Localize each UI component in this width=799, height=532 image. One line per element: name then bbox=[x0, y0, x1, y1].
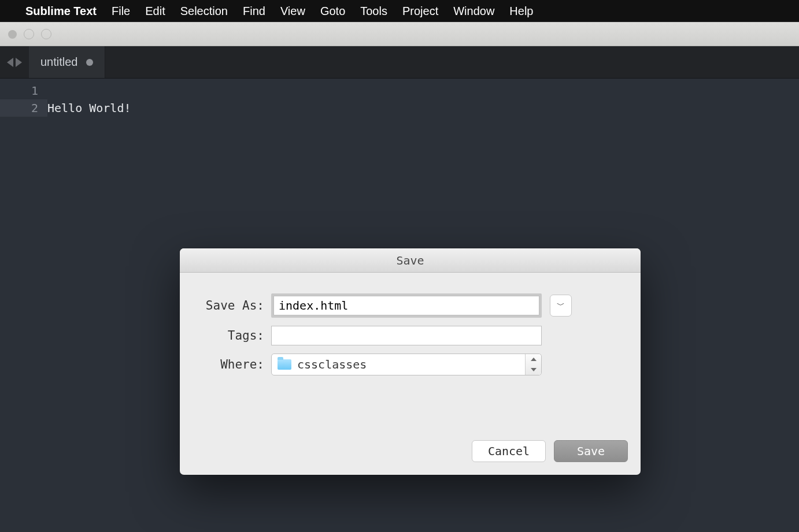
where-select[interactable]: cssclasses bbox=[271, 354, 542, 375]
traffic-zoom-icon[interactable] bbox=[41, 29, 51, 39]
where-stepper[interactable] bbox=[525, 354, 541, 375]
where-value: cssclasses bbox=[297, 358, 367, 371]
line-number: 2 bbox=[0, 99, 47, 117]
menu-project[interactable]: Project bbox=[402, 5, 438, 18]
tab-dirty-indicator-icon bbox=[86, 59, 93, 66]
folder-icon bbox=[278, 359, 291, 370]
traffic-minimize-icon[interactable] bbox=[24, 29, 34, 39]
menu-window[interactable]: Window bbox=[453, 5, 494, 18]
code-content[interactable]: Hello World! bbox=[47, 79, 131, 532]
tags-label: Tags: bbox=[197, 329, 271, 343]
menu-help[interactable]: Help bbox=[509, 5, 533, 18]
cancel-button[interactable]: Cancel bbox=[472, 440, 546, 462]
macos-menubar: Sublime Text File Edit Selection Find Vi… bbox=[0, 0, 799, 22]
menu-find[interactable]: Find bbox=[243, 5, 265, 18]
where-label: Where: bbox=[197, 358, 271, 371]
editor-area[interactable]: 1 2 Hello World! Save Save As: ﹀ Tags: W… bbox=[0, 79, 799, 532]
expand-button[interactable]: ﹀ bbox=[550, 295, 572, 317]
save-dialog: Save Save As: ﹀ Tags: Where: cssclasses bbox=[180, 248, 641, 475]
tab-history-nav bbox=[0, 46, 29, 78]
menu-edit[interactable]: Edit bbox=[145, 5, 165, 18]
line-number: 1 bbox=[31, 84, 38, 98]
app-name[interactable]: Sublime Text bbox=[25, 5, 97, 18]
tab-untitled[interactable]: untitled bbox=[29, 46, 105, 78]
chevron-down-icon: ﹀ bbox=[557, 300, 565, 311]
save-as-field-wrap bbox=[271, 293, 542, 318]
tab-bar: untitled bbox=[0, 46, 799, 79]
stepper-down-icon[interactable] bbox=[526, 364, 541, 375]
menu-tools[interactable]: Tools bbox=[360, 5, 387, 18]
menu-view[interactable]: View bbox=[280, 5, 305, 18]
menu-goto[interactable]: Goto bbox=[320, 5, 345, 18]
tab-history-back-icon[interactable] bbox=[7, 58, 13, 67]
dialog-title: Save bbox=[180, 248, 641, 273]
save-button[interactable]: Save bbox=[554, 440, 628, 462]
tab-history-forward-icon[interactable] bbox=[16, 58, 22, 67]
tags-input[interactable] bbox=[271, 326, 542, 345]
stepper-up-icon[interactable] bbox=[526, 354, 541, 364]
menu-file[interactable]: File bbox=[112, 5, 130, 18]
traffic-close-icon[interactable] bbox=[8, 30, 17, 39]
window-titlebar bbox=[0, 22, 799, 46]
save-as-label: Save As: bbox=[197, 299, 271, 312]
line-number-gutter: 1 2 bbox=[0, 79, 47, 532]
save-as-input[interactable] bbox=[273, 296, 539, 315]
code-line: Hello World! bbox=[47, 101, 131, 115]
menu-selection[interactable]: Selection bbox=[180, 5, 228, 18]
tab-title: untitled bbox=[40, 55, 78, 69]
